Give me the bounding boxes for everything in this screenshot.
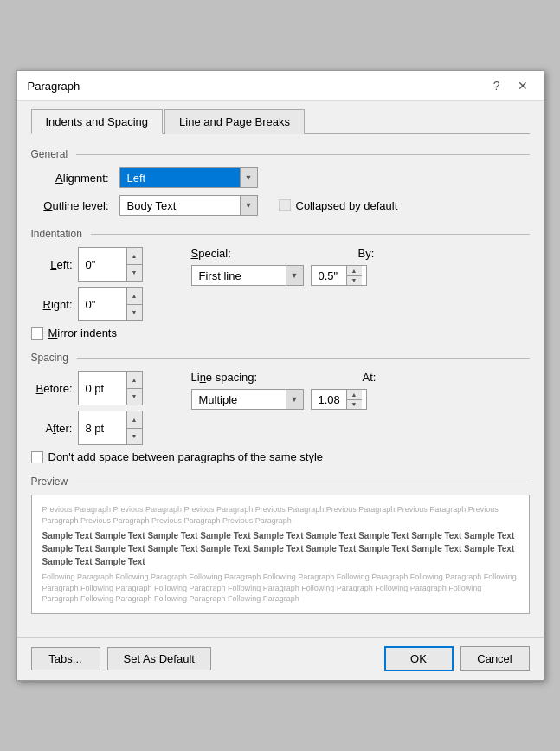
by-up[interactable]: ▲ [347,266,362,276]
alignment-value: Left [120,168,240,187]
close-button[interactable]: ✕ [512,78,533,94]
right-indent-arrows: ▲ ▼ [126,288,142,320]
tab-line-breaks[interactable]: Line and Page Breaks [164,109,305,134]
indentation-special-by: Special: By: First line ▼ 0.5" ▲ ▼ [191,247,415,321]
left-indent-up[interactable]: ▲ [127,248,142,265]
set-default-button[interactable]: Set As Default [107,647,211,670]
mirror-indents-row: Mirror indents [31,327,530,340]
general-section: General Alignment: Left ▼ Outline level:… [31,148,530,216]
left-indent-spinbox[interactable]: 0" ▲ ▼ [78,247,143,282]
before-label: Before: [31,382,73,395]
at-label: At: [363,371,377,384]
alignment-row: Alignment: Left ▼ [31,167,530,188]
cancel-button[interactable]: Cancel [460,646,530,671]
right-indent-down[interactable]: ▼ [127,305,142,321]
preview-sample-text: Sample Text Sample Text Sample Text Samp… [42,529,518,568]
tabs-button[interactable]: Tabs... [31,647,100,670]
general-section-label: General [31,148,530,160]
collapsed-row: Collapsed by default [279,199,398,212]
after-arrows: ▲ ▼ [126,411,142,444]
right-indent-spinbox[interactable]: 0" ▲ ▼ [78,287,143,321]
right-indent-label: Right: [31,298,73,311]
alignment-select[interactable]: Left ▼ [119,167,258,188]
indentation-rows: Left: 0" ▲ ▼ Right: 0" [31,247,530,321]
collapsed-checkbox[interactable] [279,199,291,211]
alignment-dropdown-arrow[interactable]: ▼ [240,168,257,187]
after-value: 8 pt [79,411,126,444]
right-indent-up[interactable]: ▲ [127,288,142,305]
by-arrows: ▲ ▼ [346,266,362,285]
left-indent-value: 0" [79,248,126,281]
set-default-label: Set As Default [124,652,195,665]
preview-section-label: Preview [31,476,530,488]
preview-following-text: Following Paragraph Following Paragraph … [42,572,518,605]
by-down[interactable]: ▼ [347,276,362,286]
right-indent-row: Right: 0" ▲ ▼ [31,287,143,321]
indentation-left-right: Left: 0" ▲ ▼ Right: 0" [31,247,143,321]
line-spacing-arrow[interactable]: ▼ [286,390,303,409]
special-label: Special: [191,247,248,260]
after-up[interactable]: ▲ [127,411,142,429]
left-indent-down[interactable]: ▼ [127,265,142,282]
left-indent-label: Left: [31,258,73,271]
by-spinbox[interactable]: 0.5" ▲ ▼ [311,265,367,286]
left-indent-arrows: ▲ ▼ [126,248,142,281]
collapsed-label: Collapsed by default [296,199,398,212]
preview-previous-text: Previous Paragraph Previous Paragraph Pr… [42,504,518,526]
line-spacing-header: Line spacing: At: [191,371,377,384]
before-value: 0 pt [79,372,126,405]
tab-indents-label: Indents and Spacing [46,115,149,128]
tab-indents-spacing[interactable]: Indents and Spacing [31,109,164,134]
after-spinbox[interactable]: 8 pt ▲ ▼ [78,411,143,445]
before-down[interactable]: ▼ [127,389,142,405]
outline-dropdown-arrow[interactable]: ▼ [240,196,257,215]
outline-label: Outline level: [31,199,109,212]
at-value: 1.08 [312,390,346,409]
help-button[interactable]: ? [488,78,505,94]
after-row: After: 8 pt ▲ ▼ [31,411,143,445]
after-down[interactable]: ▼ [127,429,142,445]
tab-bar: Indents and Spacing Line and Page Breaks [31,108,530,134]
mirror-label: Mirror indents [48,327,117,340]
at-arrows: ▲ ▼ [346,390,362,409]
dialog-footer: Tabs... Set As Default OK Cancel [17,637,544,680]
dont-add-label: Don't add space between paragraphs of th… [48,450,324,463]
line-spacing-col: Line spacing: At: Multiple ▼ 1.08 ▲ ▼ [191,371,377,445]
indentation-section-label: Indentation [31,228,530,240]
before-spinbox[interactable]: 0 pt ▲ ▼ [78,371,143,405]
spacing-before-after: Before: 0 pt ▲ ▼ After: 8 pt [31,371,143,445]
spacing-section-label: Spacing [31,352,530,364]
line-spacing-value: Multiple [192,390,286,409]
at-down[interactable]: ▼ [347,400,362,410]
at-up[interactable]: ▲ [347,390,362,400]
at-spinbox[interactable]: 1.08 ▲ ▼ [311,389,367,410]
left-indent-row: Left: 0" ▲ ▼ [31,247,143,282]
special-header-row: Special: By: [191,247,415,260]
special-dropdown-arrow[interactable]: ▼ [286,266,303,285]
dialog-title: Paragraph [28,80,80,93]
tab-line-label: Line and Page Breaks [179,115,290,128]
preview-section: Preview Previous Paragraph Previous Para… [31,476,530,614]
ok-button[interactable]: OK [384,646,454,671]
before-arrows: ▲ ▼ [126,372,142,405]
special-value: First line [192,266,286,285]
line-spacing-select[interactable]: Multiple ▼ [191,389,304,410]
paragraph-dialog: Paragraph ? ✕ Indents and Spacing Line a… [16,70,544,681]
preview-box: Previous Paragraph Previous Paragraph Pr… [31,495,530,614]
footer-right: OK Cancel [384,646,530,671]
mirror-checkbox[interactable] [31,327,43,340]
after-label: After: [31,422,73,435]
special-select[interactable]: First line ▼ [191,265,304,286]
spacing-section: Spacing Before: 0 pt ▲ ▼ [31,352,530,463]
outline-value: Body Text [120,196,240,215]
dont-add-row: Don't add space between paragraphs of th… [31,450,530,463]
line-spacing-value-row: Multiple ▼ 1.08 ▲ ▼ [191,389,377,410]
special-value-row: First line ▼ 0.5" ▲ ▼ [191,265,415,286]
footer-left: Tabs... Set As Default [31,647,377,670]
before-up[interactable]: ▲ [127,372,142,389]
alignment-label: Alignment: [31,172,109,185]
outline-select[interactable]: Body Text ▼ [119,195,258,216]
indentation-section: Indentation Left: 0" ▲ ▼ [31,228,530,340]
spacing-rows: Before: 0 pt ▲ ▼ After: 8 pt [31,371,530,445]
dont-add-checkbox[interactable] [31,451,43,463]
